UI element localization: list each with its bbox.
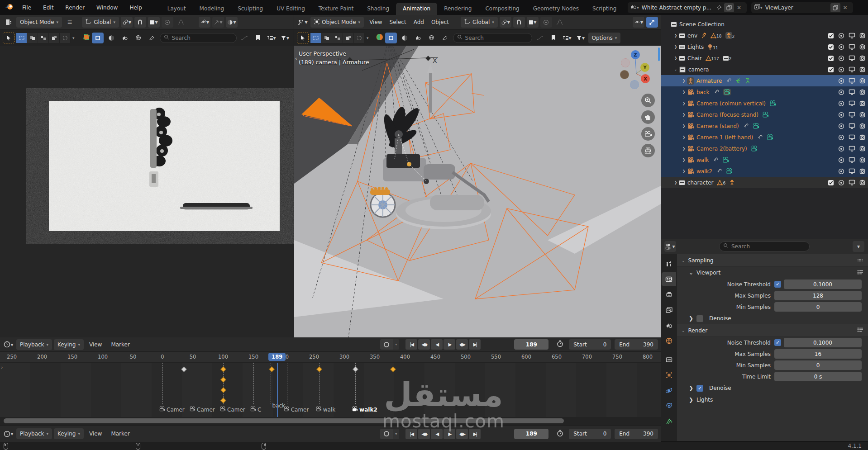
outliner-item-label[interactable]: env xyxy=(687,33,697,39)
select-mode-paint[interactable] xyxy=(60,33,71,43)
selectable-icon[interactable] xyxy=(838,157,844,163)
stopwatch-icon[interactable] xyxy=(557,430,563,438)
lights-panel-header[interactable]: ❯Lights xyxy=(677,394,868,406)
mode-dropdown[interactable]: Object Mode▾ xyxy=(310,17,364,28)
tab-shading[interactable]: Shading xyxy=(360,3,396,15)
gizmo-x-axis[interactable]: X xyxy=(641,74,650,83)
disclosure-chevron[interactable]: ❯ xyxy=(681,158,687,162)
visibility-dropdown-icon[interactable]: ▾ xyxy=(633,17,644,28)
viewport-subpanel-header[interactable]: ⌄Viewport xyxy=(677,267,868,279)
select-tool-icon[interactable] xyxy=(297,33,309,43)
tab-compositing[interactable]: Compositing xyxy=(478,3,526,15)
selectable-icon[interactable] xyxy=(838,100,844,107)
marker-Camer[interactable]: Camer xyxy=(159,406,185,413)
disclosure-chevron[interactable]: ❯ xyxy=(681,90,687,94)
keyframe-258-0[interactable] xyxy=(316,366,322,372)
tab-animation[interactable]: Animation xyxy=(396,3,437,15)
timeline-ruler[interactable]: -250-200-150-100-50050100150200250300350… xyxy=(0,352,661,363)
disclosure-chevron[interactable]: ❯ xyxy=(672,56,679,60)
snap-target-icon[interactable]: ▾ xyxy=(121,17,133,28)
object-type-visibility-icon[interactable] xyxy=(385,33,397,43)
frame-range-start[interactable]: Start0 xyxy=(569,429,611,439)
checkbox-icon[interactable] xyxy=(828,33,834,39)
outliner-item-label[interactable]: character xyxy=(687,180,713,186)
render-subpanel-header[interactable]: ⌄Render xyxy=(677,324,868,337)
selectable-icon[interactable] xyxy=(838,146,844,152)
sidebar-collapse-chevron[interactable]: ‹ xyxy=(295,56,297,62)
curve-falloff-icon[interactable] xyxy=(238,33,250,43)
transport-prev-keyframe-button[interactable]: ◀◆ xyxy=(418,339,430,350)
monitor-icon[interactable] xyxy=(849,168,855,174)
outliner-row-camera-stand-[interactable]: ❯Camera (stand) xyxy=(661,120,868,132)
gizmo-x-negative[interactable] xyxy=(621,58,630,67)
annotate-brush-icon[interactable] xyxy=(439,33,451,43)
disclosure-chevron[interactable]: ❯ xyxy=(681,135,687,139)
monitor-icon[interactable] xyxy=(849,89,855,95)
collapse-chevron[interactable]: ⌄ xyxy=(689,270,693,276)
keyframe-100-3[interactable] xyxy=(220,398,226,403)
shading-dropdown-icon[interactable]: ▾ xyxy=(226,17,238,28)
properties-tab-physics[interactable] xyxy=(662,384,676,397)
left-mode-dropdown[interactable]: Object Mode▾ xyxy=(16,17,62,28)
outliner-item-label[interactable]: walk2 xyxy=(696,168,712,175)
properties-tab-world[interactable] xyxy=(662,334,676,347)
world-icon[interactable] xyxy=(133,33,144,43)
camera-restrict-icon[interactable] xyxy=(859,168,865,174)
checkbox-icon[interactable] xyxy=(828,44,834,50)
gizmo-y-negative[interactable] xyxy=(620,70,629,79)
outliner-row-camera[interactable]: ⌄camera xyxy=(661,64,868,75)
property-value-field[interactable]: 16 xyxy=(774,349,862,359)
monitor-icon[interactable] xyxy=(849,157,855,163)
transport-next-keyframe-button[interactable]: ◆▶ xyxy=(456,429,468,439)
topbar-menu-window[interactable]: Window xyxy=(91,0,124,15)
orientation-dropdown[interactable]: Global▾ xyxy=(461,17,498,28)
auto-keying-dropdown[interactable]: ▾ xyxy=(393,429,399,439)
outliner-item-label[interactable]: Camera (colmun vertical) xyxy=(696,100,766,107)
timeline-menu-playback[interactable]: Playback ▾ xyxy=(16,339,52,350)
select-mode-tweak[interactable] xyxy=(16,33,27,43)
proportional-edit-icon[interactable] xyxy=(540,17,552,28)
3d-viewport[interactable]: Y X xyxy=(294,46,661,337)
denoise-checkbox[interactable] xyxy=(696,315,703,322)
marker-walk[interactable]: walk xyxy=(315,406,335,413)
properties-options-chevron[interactable]: ▾ xyxy=(853,241,864,252)
outliner-row-character[interactable]: ❯character6 xyxy=(661,177,868,188)
transport-play-button[interactable]: ▶ xyxy=(444,429,455,439)
property-value-field[interactable]: 0.1000 xyxy=(784,338,862,347)
viewlayer-name[interactable]: ViewLayer xyxy=(763,5,830,11)
select-mode-circle[interactable] xyxy=(332,33,343,43)
timeline-menu-keying[interactable]: Keying ▾ xyxy=(54,339,84,350)
proportional-falloff-icon[interactable] xyxy=(554,17,566,28)
outliner-item-label[interactable]: camera xyxy=(688,66,709,73)
selectable-icon[interactable] xyxy=(838,33,844,39)
keyframe-100-1[interactable] xyxy=(220,377,226,383)
outliner-row-walk[interactable]: ❯walk xyxy=(661,154,868,166)
disclosure-chevron[interactable]: ❯ xyxy=(681,113,687,117)
render-denoise-toggle[interactable]: ❯✓Denoise xyxy=(677,382,868,394)
auto-keying-button[interactable] xyxy=(380,429,393,439)
selectable-icon[interactable] xyxy=(838,44,844,50)
properties-tab-constraints[interactable] xyxy=(662,399,676,412)
object-type-visibility-icon[interactable] xyxy=(92,33,104,43)
camera-restrict-icon[interactable] xyxy=(859,146,865,152)
snap-magnet-icon[interactable] xyxy=(134,17,146,28)
disclosure-chevron[interactable]: ❯ xyxy=(681,101,687,105)
outliner-item-label[interactable]: Camera 2(battery) xyxy=(696,146,747,152)
outliner-row-camera-1-left-hand-[interactable]: ❯Camera 1 (left hand) xyxy=(661,132,868,143)
timeline-keyframe-area[interactable]: CamerCamerCamerCbackCamerwalkwalk2 xyxy=(0,363,661,417)
editor-type-icon[interactable]: ▾ xyxy=(297,17,309,28)
outliner-item-label[interactable]: Armature xyxy=(696,78,722,84)
stopwatch-icon[interactable] xyxy=(557,340,563,349)
monitor-icon[interactable] xyxy=(849,66,855,72)
property-value-field[interactable]: 0 xyxy=(774,360,862,370)
tab-layout[interactable]: Layout xyxy=(161,3,193,15)
camera-restrict-icon[interactable] xyxy=(859,100,865,106)
gizmo-dropdown-icon[interactable]: ▾ xyxy=(212,17,224,28)
timeline-menu-marker[interactable]: Marker xyxy=(107,341,133,348)
selectable-icon[interactable] xyxy=(838,134,844,141)
outliner-item-label[interactable]: Chair xyxy=(687,55,702,62)
current-frame-field[interactable]: 189 xyxy=(514,429,548,439)
checkbox-icon[interactable] xyxy=(828,180,834,186)
lights-chevron[interactable]: ❯ xyxy=(689,397,693,403)
camera-restrict-icon[interactable] xyxy=(859,180,865,185)
